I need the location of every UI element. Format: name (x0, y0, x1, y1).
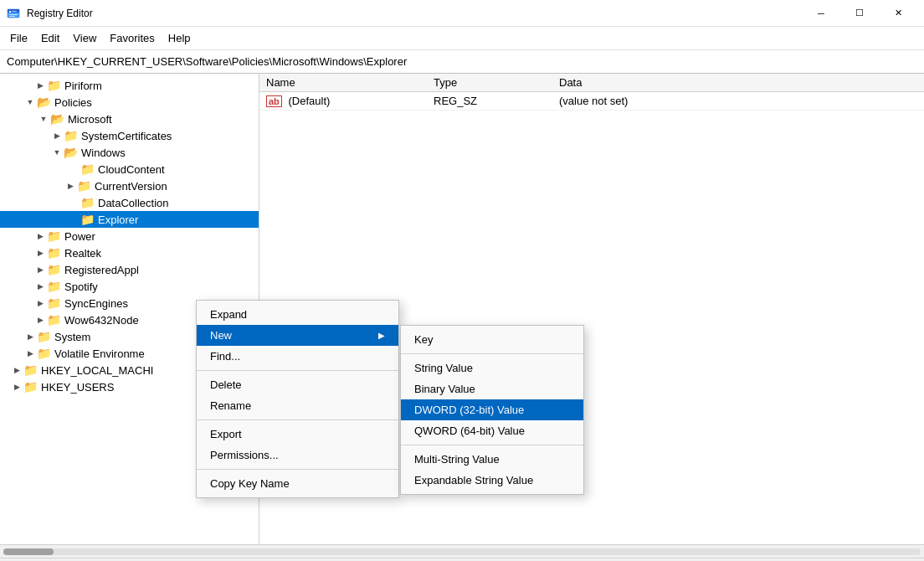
folder-icon: 📁 (80, 162, 95, 176)
folder-icon: 📂 (37, 95, 51, 109)
folder-icon: 📁 (37, 347, 51, 360)
sub-separator-2 (401, 445, 583, 445)
ctx-rename-label: Rename (210, 399, 251, 412)
folder-icon: 📁 (80, 196, 95, 209)
sub-key-label: Key (414, 333, 433, 346)
tree-item-windows[interactable]: ▼ 📂 Windows (0, 144, 259, 161)
sub-separator-1 (401, 353, 583, 354)
sub-expandable-string-value[interactable]: Expandable String Value (401, 470, 583, 491)
expand-arrow: ▶ (33, 282, 47, 291)
expand-arrow: ▶ (10, 383, 23, 391)
table-row[interactable]: ab (Default) REG_SZ (value not set) (259, 92, 924, 111)
restore-button[interactable]: ☐ (840, 0, 879, 27)
menu-file[interactable]: File (3, 28, 34, 48)
sub-binary-value[interactable]: Binary Value (401, 378, 583, 399)
expand-arrow: ▶ (64, 182, 77, 190)
tree-item-microsoft[interactable]: ▼ 📂 Microsoft (0, 111, 259, 127)
svg-rect-5 (9, 16, 15, 17)
menu-view[interactable]: View (66, 28, 103, 48)
scroll-thumb[interactable] (3, 548, 54, 555)
expand-arrow: ▶ (10, 366, 23, 374)
tree-label: Power (64, 230, 95, 243)
menu-bar: File Edit View Favorites Help (0, 27, 924, 50)
menu-edit[interactable]: Edit (34, 28, 66, 48)
folder-icon: 📂 (64, 146, 78, 159)
ctx-new-label: New (210, 329, 232, 342)
sub-dword-value-label: DWORD (32-bit) Value (414, 404, 524, 416)
address-path: Computer\HKEY_CURRENT_USER\Software\Poli… (7, 55, 407, 68)
submenu-arrow: ▶ (378, 331, 385, 340)
folder-icon: 📁 (47, 263, 61, 276)
tree-label: CurrentVersion (95, 180, 167, 193)
tree-item-currentversion[interactable]: ▶ 📁 CurrentVersion (0, 178, 259, 194)
sub-key[interactable]: Key (401, 329, 583, 350)
reg-name-value: (Default) (288, 95, 330, 107)
close-button[interactable]: ✕ (879, 0, 917, 27)
folder-icon: 📁 (64, 129, 78, 142)
sub-string-value[interactable]: String Value (401, 358, 583, 378)
expand-arrow: ▼ (23, 98, 37, 106)
folder-icon: 📁 (37, 330, 51, 343)
sub-string-value-label: String Value (414, 362, 473, 374)
status-bar (0, 558, 924, 561)
reg-name: ab (Default) (259, 92, 427, 111)
expand-arrow: ▶ (23, 332, 37, 341)
folder-icon: 📁 (80, 213, 95, 226)
sub-multi-string-value[interactable]: Multi-String Value (401, 449, 583, 470)
folder-icon: 📁 (47, 229, 61, 243)
ctx-copy-key-name[interactable]: Copy Key Name (197, 473, 398, 494)
tree-label: RegisteredAppl (64, 264, 139, 276)
ctx-separator-2 (197, 419, 398, 420)
ctx-export-label: Export (210, 428, 242, 440)
ctx-export[interactable]: Export (197, 424, 398, 445)
tree-label: SystemCertificates (81, 130, 172, 142)
tree-item-power[interactable]: ▶ 📁 Power (0, 228, 259, 244)
minimize-button[interactable]: ─ (802, 0, 840, 27)
tree-item-cloudcontent[interactable]: ▶ 📁 CloudContent (0, 161, 259, 178)
title-bar: Registry Editor ─ ☐ ✕ (0, 0, 924, 27)
tree-label: HKEY_USERS (41, 381, 114, 394)
sub-binary-value-label: Binary Value (414, 383, 475, 395)
tree-label: Policies (54, 96, 92, 109)
tree-item-policies[interactable]: ▼ 📂 Policies (0, 94, 259, 111)
reg-type: REG_SZ (427, 92, 552, 111)
menu-favorites[interactable]: Favorites (103, 28, 161, 48)
app-icon (7, 7, 20, 20)
context-menu: Expand New ▶ Find... Delete Rename Expor… (196, 300, 399, 498)
folder-icon: 📂 (50, 112, 64, 126)
sub-multi-string-value-label: Multi-String Value (414, 453, 500, 466)
expand-arrow: ▶ (33, 316, 47, 324)
ctx-find[interactable]: Find... (197, 346, 398, 367)
tree-label: Microsoft (68, 113, 112, 126)
ctx-new[interactable]: New ▶ (197, 325, 398, 346)
ctx-rename[interactable]: Rename (197, 395, 398, 416)
tree-item-piriform[interactable]: ▶ 📁 Piriform (0, 77, 259, 94)
folder-icon: 📁 (23, 363, 38, 377)
tree-label: Piriform (64, 80, 102, 92)
sub-qword-value[interactable]: QWORD (64-bit) Value (401, 420, 583, 441)
sub-dword-value[interactable]: DWORD (32-bit) Value (401, 399, 583, 420)
expand-arrow: ▶ (23, 349, 37, 358)
ctx-permissions[interactable]: Permissions... (197, 445, 398, 466)
ctx-expand[interactable]: Expand (197, 304, 398, 325)
expand-arrow: ▶ (33, 249, 47, 257)
tree-label: System (54, 331, 90, 343)
ctx-separator-1 (197, 370, 398, 371)
folder-icon: 📁 (47, 313, 61, 327)
tree-item-spotify[interactable]: ▶ 📁 Spotify (0, 278, 259, 295)
ctx-delete[interactable]: Delete (197, 374, 398, 395)
svg-rect-2 (9, 11, 11, 13)
tree-item-registeredappl[interactable]: ▶ 📁 RegisteredAppl (0, 261, 259, 278)
ctx-expand-label: Expand (210, 308, 247, 321)
tree-item-datacollection[interactable]: ▶ 📁 DataCollection (0, 194, 259, 211)
tree-label: HKEY_LOCAL_MACHI (41, 364, 153, 377)
menu-help[interactable]: Help (162, 28, 198, 48)
scroll-track[interactable] (3, 548, 921, 555)
expand-arrow: ▶ (33, 232, 47, 240)
tree-item-realtek[interactable]: ▶ 📁 Realtek (0, 244, 259, 261)
scrollbar-area (0, 544, 924, 558)
tree-item-explorer[interactable]: ▶ 📁 Explorer (0, 211, 259, 228)
expand-arrow: ▶ (50, 131, 64, 140)
tree-item-systemcertificates[interactable]: ▶ 📁 SystemCertificates (0, 127, 259, 144)
expand-arrow: ▼ (37, 115, 50, 123)
